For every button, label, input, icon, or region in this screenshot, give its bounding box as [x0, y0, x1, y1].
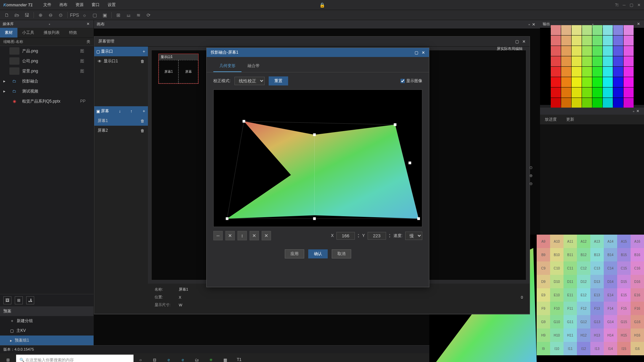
delete-h-icon[interactable]: ✕ — [225, 231, 235, 240]
output-close-icon[interactable]: ✕ — [636, 22, 641, 26]
x-up[interactable]: ▲ — [358, 233, 360, 236]
align-h-icon[interactable]: ↔ — [213, 231, 223, 240]
y-up[interactable]: ▲ — [389, 233, 391, 236]
warp-handle[interactable] — [394, 123, 396, 126]
align-v-icon[interactable]: ↕ — [237, 231, 247, 240]
wechat-icon[interactable]: ✳ — [204, 353, 218, 362]
tab-update[interactable]: 更新 — [561, 115, 579, 124]
save-icon[interactable]: 🖫 — [23, 12, 30, 18]
show-image-checkbox[interactable] — [400, 79, 405, 83]
add-img-icon[interactable]: 🏞 — [26, 296, 34, 304]
tab-progress[interactable]: 放进度 — [540, 115, 561, 124]
maximize-icon[interactable]: ▢ — [630, 3, 633, 7]
menu-resource[interactable]: 资源 — [71, 2, 88, 8]
display-icon[interactable]: ▣ — [101, 12, 108, 18]
help-icon[interactable]: ?⃝ — [615, 3, 619, 7]
minimize-icon[interactable]: ─ — [623, 3, 626, 7]
warp-canvas[interactable] — [213, 89, 422, 227]
screen-dialog-max-icon[interactable]: ▢ — [515, 39, 519, 44]
delete-screen1-icon[interactable]: 🗑 — [141, 119, 145, 123]
windows-start[interactable]: ⊞ — [0, 353, 16, 362]
zoom-out-btn[interactable]: ⊖ — [529, 181, 533, 186]
ie-icon[interactable]: e — [176, 353, 190, 362]
warp-handle[interactable] — [243, 120, 245, 123]
x-down[interactable]: ▼ — [358, 236, 360, 238]
media-item[interactable]: ◉租赁产品系列Q5.pptxPP — [0, 96, 94, 106]
media-item[interactable]: 公司.png图 — [0, 56, 94, 66]
plan-item-group1[interactable]: ▸ 预案组1 — [0, 336, 94, 345]
media-item[interactable]: 背景.png图 — [0, 66, 94, 76]
media-detach-icon[interactable]: ▫ — [48, 22, 52, 26]
explorer-icon[interactable]: 🗂 — [190, 353, 204, 362]
tab-effect[interactable]: 特效 — [64, 28, 82, 38]
settings-icon[interactable]: ☼ — [81, 12, 88, 18]
refresh-icon[interactable]: ⟳ — [145, 12, 152, 18]
cortana-icon[interactable]: ○ — [133, 353, 148, 362]
open-icon[interactable]: 🗁 — [13, 12, 20, 18]
menu-file[interactable]: 文件 — [39, 2, 55, 8]
new-icon[interactable]: 🗋 — [3, 12, 10, 18]
proj-tab-geometry[interactable]: 几何变形 — [213, 60, 241, 72]
media-close-icon[interactable]: ✕ — [85, 22, 91, 26]
add-screen-icon[interactable]: ＋ — [142, 108, 146, 114]
screen-item-1[interactable]: 屏幕1 🗑 — [94, 116, 148, 126]
sort-up-icon[interactable]: ↑ — [130, 109, 132, 114]
delete-v-icon[interactable]: ✕ — [250, 231, 259, 240]
display-box[interactable]: 显示口1 屏幕1 屏幕 — [158, 54, 199, 84]
y-down[interactable]: ▼ — [389, 236, 391, 238]
close-icon[interactable]: ✕ — [637, 3, 641, 7]
progress-close-icon[interactable]: ✕ — [634, 109, 641, 113]
menu-settings[interactable]: 设置 — [104, 2, 120, 8]
cancel-button[interactable]: 取消 — [332, 249, 351, 258]
lock-icon[interactable]: 🔒 — [319, 2, 325, 8]
windows-search[interactable]: 🔍 在这里输入你要搜索的内容 — [16, 355, 133, 362]
media-item[interactable]: ▸🗀投影融合 — [0, 76, 94, 86]
warp-handle[interactable] — [417, 217, 420, 220]
fps-toggle[interactable]: FPS — [71, 12, 78, 18]
proj-tab-blend[interactable]: 融合带 — [241, 60, 266, 72]
zoom-in-icon[interactable]: ⊕ — [37, 12, 44, 18]
plan-item-main[interactable]: ▢ 主KV — [0, 326, 94, 336]
screen-item-2[interactable]: 屏幕2 🗑 — [94, 126, 148, 135]
app-icon-1[interactable]: ▦ — [218, 353, 232, 362]
warp-handle[interactable] — [313, 133, 316, 136]
edge-icon[interactable]: e — [162, 353, 176, 362]
zoom-fit-btn[interactable]: ⊙ — [529, 165, 533, 170]
canvas-close-icon[interactable]: ✕ — [530, 22, 537, 27]
zoom-out-icon[interactable]: ⊖ — [47, 12, 54, 18]
zoom-fit-icon[interactable]: ⊙ — [57, 12, 64, 18]
layers-icon[interactable]: ≋ — [135, 12, 142, 18]
media-item[interactable]: ▸🗀测试视频 — [0, 86, 94, 96]
warp-handle[interactable] — [313, 217, 316, 220]
media-item[interactable]: 产品.png图 — [0, 46, 94, 56]
delete-screen2-icon[interactable]: 🗑 — [141, 128, 145, 133]
proj-close-icon[interactable]: ✕ — [422, 50, 425, 55]
proj-max-icon[interactable]: ▢ — [415, 50, 418, 55]
warp-handle[interactable] — [409, 162, 411, 164]
add-media-icon[interactable]: 🖼 — [3, 296, 11, 304]
delete-display-icon[interactable]: 🗑 — [141, 59, 145, 64]
speed-select[interactable]: 慢 — [405, 232, 422, 240]
app-icon-2[interactable]: T1 — [232, 353, 246, 362]
tab-material[interactable]: 素材 — [0, 28, 17, 38]
layout-icon[interactable]: ⊞ — [115, 12, 122, 18]
apply-button[interactable]: 应用 — [285, 249, 304, 258]
plan-new-group[interactable]: ＋ 新建分组 — [0, 316, 94, 326]
mode-select[interactable]: 线性校正 — [234, 77, 265, 85]
tab-widget[interactable]: 小工具 — [17, 28, 39, 38]
tab-playlist[interactable]: 播放列表 — [39, 28, 64, 38]
ok-button[interactable]: 确认 — [308, 249, 328, 258]
menu-canvas[interactable]: 画布 — [55, 2, 71, 8]
monitor-icon[interactable]: ▢ — [91, 12, 98, 18]
y-input[interactable] — [368, 232, 386, 240]
warp-handle[interactable] — [226, 217, 228, 220]
x-input[interactable] — [336, 232, 355, 240]
delete-all-icon[interactable]: ✕ — [262, 231, 271, 240]
sort-down-icon[interactable]: ↓ — [119, 109, 121, 114]
display-item-1[interactable]: 👁 显示口1 🗑 — [94, 56, 148, 66]
add-grid-icon[interactable]: ⊞ — [15, 296, 23, 304]
menu-window[interactable]: 窗口 — [88, 2, 104, 8]
zoom-in-btn[interactable]: ⊕ — [529, 173, 533, 178]
screen-dialog-close-icon[interactable]: ✕ — [522, 39, 526, 44]
add-display-icon[interactable]: ＋ — [142, 49, 146, 54]
